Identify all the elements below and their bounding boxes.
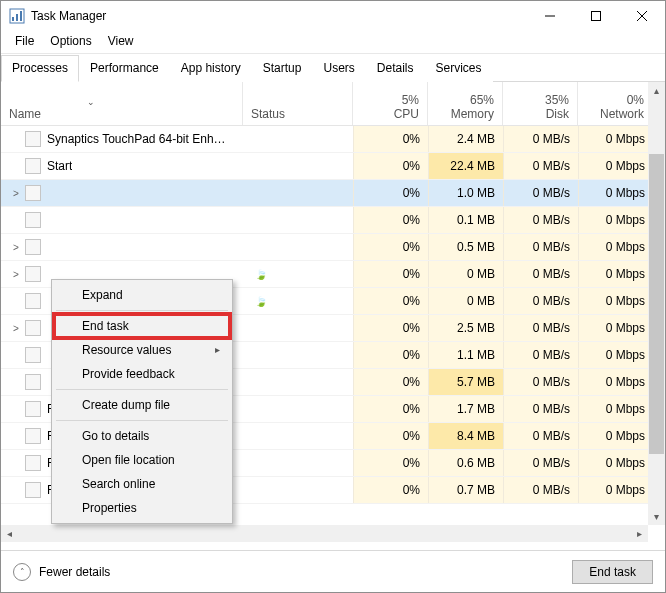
process-row[interactable]: >0%0.5 MB0 MB/s0 Mbps xyxy=(1,234,665,261)
network-cell: 0 Mbps xyxy=(578,396,653,422)
tab-users[interactable]: Users xyxy=(312,55,365,82)
status-cell xyxy=(243,369,353,395)
expand-icon[interactable]: > xyxy=(9,269,23,280)
cpu-cell: 0% xyxy=(353,126,428,152)
cpu-cell: 0% xyxy=(353,234,428,260)
status-cell xyxy=(243,342,353,368)
header-cpu[interactable]: 5%CPU xyxy=(353,82,428,125)
network-cell: 0 Mbps xyxy=(578,369,653,395)
process-icon xyxy=(25,320,41,336)
menu-view[interactable]: View xyxy=(100,32,142,50)
network-cell: 0 Mbps xyxy=(578,342,653,368)
ctx-end-task[interactable]: End task xyxy=(54,314,230,338)
cpu-cell: 0% xyxy=(353,261,428,287)
scroll-right-icon[interactable]: ▸ xyxy=(631,525,648,542)
cpu-cell: 0% xyxy=(353,450,428,476)
status-cell xyxy=(243,396,353,422)
horizontal-scrollbar[interactable]: ◂ ▸ xyxy=(1,525,648,542)
header-network[interactable]: 0%Network xyxy=(578,82,653,125)
process-name: Start xyxy=(47,159,72,173)
status-cell xyxy=(243,153,353,179)
menu-file[interactable]: File xyxy=(7,32,42,50)
disk-cell: 0 MB/s xyxy=(503,315,578,341)
ctx-properties[interactable]: Properties xyxy=(54,496,230,520)
process-icon xyxy=(25,158,41,174)
ctx-open-location[interactable]: Open file location xyxy=(54,448,230,472)
expand-icon[interactable]: > xyxy=(9,188,23,199)
end-task-button[interactable]: End task xyxy=(572,560,653,584)
ctx-search-online[interactable]: Search online xyxy=(54,472,230,496)
ctx-resource-values[interactable]: Resource values▸ xyxy=(54,338,230,362)
svg-rect-5 xyxy=(592,12,601,21)
tab-startup[interactable]: Startup xyxy=(252,55,313,82)
cpu-cell: 0% xyxy=(353,342,428,368)
status-cell: 🍃 xyxy=(243,288,353,314)
column-headers: ⌄Name Status 5%CPU 65%Memory 35%Disk 0%N… xyxy=(1,82,665,126)
disk-cell: 0 MB/s xyxy=(503,153,578,179)
context-menu: Expand End task Resource values▸ Provide… xyxy=(51,279,233,524)
scroll-left-icon[interactable]: ◂ xyxy=(1,525,18,542)
ctx-provide-feedback[interactable]: Provide feedback xyxy=(54,362,230,386)
tab-processes[interactable]: Processes xyxy=(1,55,79,82)
cpu-cell: 0% xyxy=(353,288,428,314)
fewer-details-toggle[interactable]: ˄ Fewer details xyxy=(13,563,110,581)
status-cell xyxy=(243,207,353,233)
process-row[interactable]: Start0%22.4 MB0 MB/s0 Mbps xyxy=(1,153,665,180)
network-cell: 0 Mbps xyxy=(578,315,653,341)
menu-options[interactable]: Options xyxy=(42,32,99,50)
cpu-cell: 0% xyxy=(353,477,428,503)
svg-rect-2 xyxy=(16,14,18,21)
expand-icon[interactable]: > xyxy=(9,242,23,253)
tab-apphistory[interactable]: App history xyxy=(170,55,252,82)
network-cell: 0 Mbps xyxy=(578,126,653,152)
disk-cell: 0 MB/s xyxy=(503,477,578,503)
separator xyxy=(56,310,228,311)
ctx-expand[interactable]: Expand xyxy=(54,283,230,307)
memory-cell: 2.4 MB xyxy=(428,126,503,152)
header-disk[interactable]: 35%Disk xyxy=(503,82,578,125)
status-cell xyxy=(243,180,353,206)
scroll-thumb[interactable] xyxy=(649,154,664,454)
header-name[interactable]: ⌄Name xyxy=(1,82,243,125)
disk-cell: 0 MB/s xyxy=(503,396,578,422)
separator xyxy=(56,389,228,390)
scroll-down-icon[interactable]: ▾ xyxy=(648,508,665,525)
tab-bar: Processes Performance App history Startu… xyxy=(1,53,665,82)
header-status[interactable]: Status xyxy=(243,82,353,125)
cpu-cell: 0% xyxy=(353,369,428,395)
network-cell: 0 Mbps xyxy=(578,423,653,449)
vertical-scrollbar[interactable]: ▴ ▾ xyxy=(648,82,665,525)
network-cell: 0 Mbps xyxy=(578,207,653,233)
menu-bar: File Options View xyxy=(1,31,665,51)
process-icon xyxy=(25,374,41,390)
process-icon xyxy=(25,401,41,417)
memory-cell: 0.6 MB xyxy=(428,450,503,476)
tab-services[interactable]: Services xyxy=(425,55,493,82)
minimize-button[interactable] xyxy=(527,1,573,31)
memory-cell: 1.7 MB xyxy=(428,396,503,422)
expand-icon[interactable]: > xyxy=(9,323,23,334)
close-button[interactable] xyxy=(619,1,665,31)
chevron-up-icon: ˄ xyxy=(13,563,31,581)
tab-performance[interactable]: Performance xyxy=(79,55,170,82)
header-memory[interactable]: 65%Memory xyxy=(428,82,503,125)
leaf-icon: 🍃 xyxy=(255,269,267,280)
cpu-cell: 0% xyxy=(353,423,428,449)
memory-cell: 0 MB xyxy=(428,288,503,314)
process-icon xyxy=(25,347,41,363)
process-icon xyxy=(25,482,41,498)
memory-cell: 0.7 MB xyxy=(428,477,503,503)
cpu-cell: 0% xyxy=(353,396,428,422)
maximize-button[interactable] xyxy=(573,1,619,31)
process-row[interactable]: Synaptics TouchPad 64-bit Enha...0%2.4 M… xyxy=(1,126,665,153)
ctx-create-dump[interactable]: Create dump file xyxy=(54,393,230,417)
cpu-cell: 0% xyxy=(353,315,428,341)
process-row[interactable]: 0%0.1 MB0 MB/s0 Mbps xyxy=(1,207,665,234)
status-cell xyxy=(243,477,353,503)
scroll-up-icon[interactable]: ▴ xyxy=(648,82,665,99)
process-row[interactable]: >0%1.0 MB0 MB/s0 Mbps xyxy=(1,180,665,207)
ctx-go-to-details[interactable]: Go to details xyxy=(54,424,230,448)
disk-cell: 0 MB/s xyxy=(503,423,578,449)
disk-cell: 0 MB/s xyxy=(503,450,578,476)
tab-details[interactable]: Details xyxy=(366,55,425,82)
